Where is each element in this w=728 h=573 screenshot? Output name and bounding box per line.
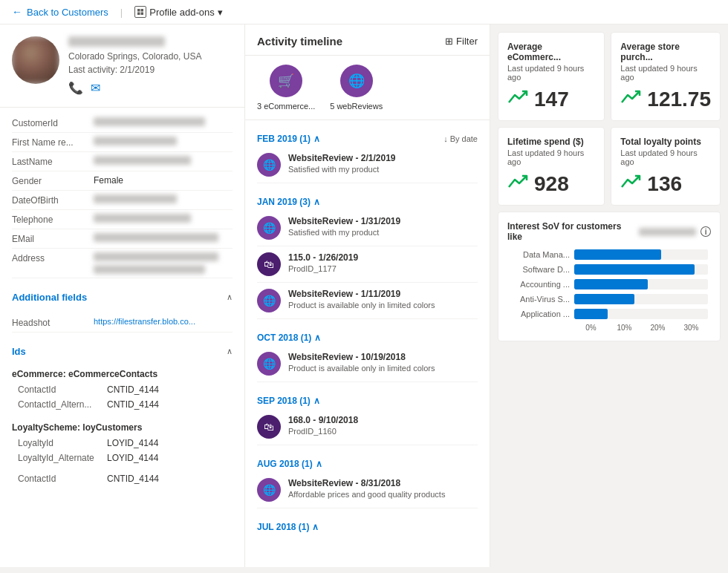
webreviews-icon-circle: 🌐 xyxy=(340,65,373,97)
sort-icon: ↓ xyxy=(443,134,448,143)
ids-row-contactid-1: ContactId CNTID_4144 xyxy=(12,382,233,397)
field-row-gender: Gender Female xyxy=(12,171,233,191)
metric-updated-avg-ecommerce: Last updated 9 hours ago xyxy=(507,64,595,82)
metric-card-loyalty-points: Total loyalty points Last updated 9 hour… xyxy=(611,127,721,206)
month-header-jul2018: JUL 2018 (1) ∧ xyxy=(257,516,478,535)
axis-10pct: 10% xyxy=(608,324,641,332)
activity-title: Activity timeline xyxy=(257,35,342,48)
field-label-address: Address xyxy=(12,252,94,263)
trend-up-icon-2 xyxy=(620,89,641,110)
ids-source-loyalty: LoyaltyScheme: loyCustomers LoyaltyId LO… xyxy=(0,415,244,468)
interest-bar-chart: Data Mana... Software D... Accounting ..… xyxy=(507,249,711,332)
field-row-dob: DateOfBirth xyxy=(12,191,233,210)
metric-value-row-loyalty-points: 136 xyxy=(620,172,711,196)
firstname-blur xyxy=(94,137,177,145)
oct2018-text: OCT 2018 (1) xyxy=(257,333,311,343)
metric-value-avg-store: 121.75 xyxy=(647,88,711,111)
month-group-sep2018: SEP 2018 (1) ∧ 🛍 168.0 - 9/10/2018 ProdI… xyxy=(257,390,478,445)
additional-fields-header[interactable]: Additional fields ∧ xyxy=(0,284,244,307)
month-label-jul2018[interactable]: JUL 2018 (1) ∧ xyxy=(257,522,319,532)
timeline-content-7: WebsiteReview - 8/31/2018 Affordable pri… xyxy=(288,478,478,502)
field-row-email: EMail xyxy=(12,229,233,249)
bar-fill-accounting xyxy=(574,279,648,289)
timeline-desc-4: Product is available only in limited col… xyxy=(288,301,478,310)
top-nav: ← Back to Customers | Profile add-ons ▾ xyxy=(0,0,728,24)
ids-value-contactid-alt: CNTID_4144 xyxy=(107,399,159,410)
timeline-desc-1: Satisfied with my product xyxy=(288,165,478,174)
profile-addons-button[interactable]: Profile add-ons ▾ xyxy=(134,6,222,18)
month-label-oct2018[interactable]: OCT 2018 (1) ∧ xyxy=(257,333,321,343)
ids-value-contactid-1: CNTID_4144 xyxy=(107,384,159,395)
timeline-content-4: WebsiteReview - 1/11/2019 Product is ava… xyxy=(288,289,478,312)
bar-row-softwared: Software D... xyxy=(510,264,708,275)
bar-row-datamana: Data Mana... xyxy=(510,249,708,260)
bar-label-accounting: Accounting ... xyxy=(510,280,570,289)
ids-label-loyaltyid: LoyaltyId xyxy=(18,438,107,448)
back-label: Back to Customers xyxy=(27,7,108,18)
timeline-icon-web-4: 🌐 xyxy=(257,352,281,376)
email-icon[interactable]: ✉ xyxy=(91,81,100,95)
month-group-jul2018: JUL 2018 (1) ∧ xyxy=(257,516,478,535)
metric-value-row-lifetime-spend: 928 xyxy=(507,172,595,196)
field-label-dob: DateOfBirth xyxy=(12,194,94,206)
sort-by-date-button[interactable]: ↓ By date xyxy=(443,134,478,143)
ids-section-header[interactable]: Ids ∧ xyxy=(0,338,244,361)
bar-row-accounting: Accounting ... xyxy=(510,279,708,289)
activity-icon-ecommerce[interactable]: 🛒 3 eCommerce... xyxy=(257,65,315,111)
bar-row-application: Application ... xyxy=(510,309,708,319)
address-blur-2 xyxy=(94,265,205,274)
timeline-content-5: WebsiteReview - 10/19/2018 Product is av… xyxy=(288,352,478,376)
field-value-gender: Female xyxy=(94,175,233,186)
back-arrow-icon: ← xyxy=(12,6,22,18)
svg-rect-1 xyxy=(141,9,144,12)
timeline-content-3: 115.0 - 1/26/2019 ProdID_1177 xyxy=(288,252,478,276)
feb2019-text: FEB 2019 (1) xyxy=(257,134,311,144)
jan2019-chevron: ∧ xyxy=(313,197,320,207)
timeline-title-3: 115.0 - 1/26/2019 xyxy=(288,252,478,263)
metric-card-lifetime-spend: Lifetime spend ($) Last updated 9 hours … xyxy=(498,127,605,206)
bar-track-accounting xyxy=(574,279,708,289)
timeline-item-purchase-sep: 🛍 168.0 - 9/10/2018 ProdID_1160 xyxy=(257,409,478,445)
sort-label: By date xyxy=(450,134,478,143)
basic-fields: CustomerId First Name re... LastName Gen… xyxy=(0,108,244,284)
main-layout: Colorado Springs, Colorado, USA Last act… xyxy=(0,24,728,567)
metric-value-loyalty-points: 136 xyxy=(647,172,682,196)
metric-updated-avg-store: Last updated 9 hours ago xyxy=(620,64,711,82)
profile-name xyxy=(68,36,165,47)
left-panel: Colorado Springs, Colorado, USA Last act… xyxy=(0,24,245,567)
bar-fill-softwared xyxy=(574,264,695,275)
activity-icon-webreviews[interactable]: 🌐 5 webReviews xyxy=(330,65,383,111)
timeline-icon-purchase-1: 🛍 xyxy=(257,252,281,276)
addons-chevron: ▾ xyxy=(218,7,223,18)
timeline-icon-web-5: 🌐 xyxy=(257,478,281,502)
info-icon[interactable]: i xyxy=(701,226,711,237)
metric-card-avg-ecommerce: Average eCommerc... Last updated 9 hours… xyxy=(498,32,605,121)
sep2018-chevron: ∧ xyxy=(313,396,320,406)
month-label-sep2018[interactable]: SEP 2018 (1) ∧ xyxy=(257,396,320,406)
month-label-aug2018[interactable]: AUG 2018 (1) ∧ xyxy=(257,459,322,469)
activity-header: Activity timeline ⊞ Filter xyxy=(245,24,490,56)
month-label-jan2019[interactable]: JAN 2019 (3) ∧ xyxy=(257,197,320,207)
month-header-aug2018: AUG 2018 (1) ∧ xyxy=(257,453,478,472)
field-value-headshot[interactable]: https://filestransfer.blob.co... xyxy=(94,317,233,326)
profile-location: Colorado Springs, Colorado, USA xyxy=(68,51,233,62)
axis-20pct: 20% xyxy=(641,324,675,332)
webreviews-icon-label: 5 webReviews xyxy=(330,102,383,111)
timeline-item-purchase-jan26: 🛍 115.0 - 1/26/2019 ProdID_1177 xyxy=(257,246,478,283)
filter-button[interactable]: ⊞ Filter xyxy=(445,36,478,47)
nav-divider: | xyxy=(120,7,123,18)
field-value-telephone xyxy=(94,214,233,223)
phone-icon[interactable]: 📞 xyxy=(68,81,83,95)
month-group-feb2019: FEB 2019 (1) ∧ ↓ By date 🌐 WebsiteReview… xyxy=(257,128,478,183)
ids-label-contactid-alt: ContactId_Altern... xyxy=(18,399,107,410)
back-button[interactable]: ← Back to Customers xyxy=(12,6,108,18)
profile-last-activity: Last activity: 2/1/2019 xyxy=(68,65,233,75)
ids-row-loyaltyid: LoyaltyId LOYID_4144 xyxy=(12,436,233,451)
ids-row-contactid-2: ContactId CNTID_4144 xyxy=(12,471,233,486)
month-label-feb2019[interactable]: FEB 2019 (1) ∧ xyxy=(257,134,320,144)
timeline-item-websitereview-jan11: 🌐 WebsiteReview - 1/11/2019 Product is a… xyxy=(257,283,478,319)
axis-30pct: 30% xyxy=(675,324,708,332)
month-header-sep2018: SEP 2018 (1) ∧ xyxy=(257,390,478,409)
field-label-gender: Gender xyxy=(12,175,94,186)
timeline-title-6: 168.0 - 9/10/2018 xyxy=(288,415,478,425)
